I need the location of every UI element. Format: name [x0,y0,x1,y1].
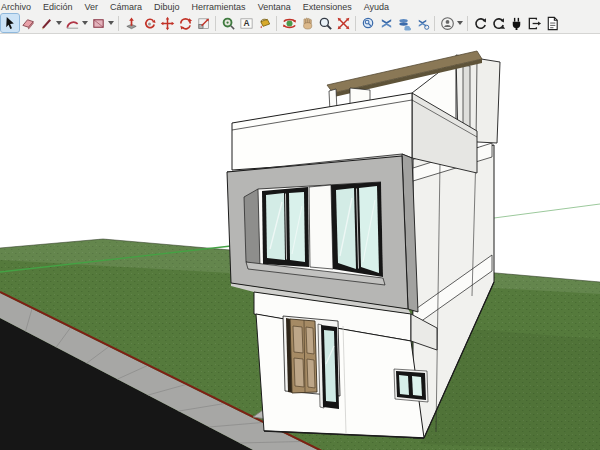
scale-icon [196,16,211,31]
small-window-glass [399,375,409,395]
bay-centre-pillar [309,185,333,269]
toolbar-separator [355,16,356,31]
bay-recess-jamb [244,189,260,266]
rectangle-icon [91,16,106,31]
pencil-icon [39,16,54,31]
account-button[interactable] [438,14,456,32]
refresh-tree-button[interactable] [489,14,507,32]
generate-report-button[interactable] [543,14,561,32]
account-dropdown[interactable] [456,14,464,32]
report-document-icon [545,16,560,31]
line-tool-button[interactable] [37,14,55,32]
push-pull-tool-button[interactable] [122,14,140,32]
3d-warehouse-icon [379,16,394,31]
zoom-extents-button[interactable] [334,14,352,32]
warehouse-search-button[interactable] [359,14,377,32]
text-icon: A [239,16,254,31]
orbit-tool-button[interactable] [280,14,298,32]
share-model-icon [397,16,412,31]
menu-herramientas[interactable]: Herramientas [186,1,252,13]
rectangle-tool-dropdown[interactable] [107,14,115,32]
arc-icon [65,16,80,31]
eraser-tool-button[interactable] [19,14,37,32]
extension-manager-button[interactable] [507,14,525,32]
paint-bucket-tool-button[interactable] [255,14,273,32]
pan-hand-icon [300,16,315,31]
menu-dibujo[interactable]: Dibujo [148,1,186,13]
svg-text:A: A [243,18,249,28]
menu-camara[interactable]: Cámara [104,1,148,13]
follow-me-icon [142,16,157,31]
extension-warehouse-icon [415,16,430,31]
small-window-glass [412,376,422,396]
model-viewport[interactable] [0,34,600,450]
export-icon [527,16,542,31]
sidelight-glass [324,330,336,402]
menu-ayuda[interactable]: Ayuda [358,1,395,13]
small-window [394,369,428,402]
menu-ventana[interactable]: Ventana [252,1,297,13]
toolbar-separator [118,16,119,31]
tape-measure-icon [221,16,236,31]
move-icon [160,16,175,31]
menu-ver[interactable]: Ver [79,1,105,13]
toolbar-separator [467,16,468,31]
rotate-icon [178,16,193,31]
select-tool-button[interactable] [1,14,19,32]
select-arrow-icon [3,16,18,31]
sketchup-window: Archivo Edición Ver Cámara Dibujo Herram… [0,0,600,450]
bay-window-right [331,182,383,277]
refresh-icon [473,16,488,31]
arc-tool-dropdown[interactable] [81,14,89,32]
bay-window-left [262,187,309,267]
refresh-tree-icon [491,16,506,31]
menu-extensiones[interactable]: Extensiones [297,1,358,13]
glass-pane [289,192,305,262]
follow-me-tool-button[interactable] [140,14,158,32]
zoom-extents-icon [336,16,351,31]
rectangle-tool-button[interactable] [89,14,107,32]
push-pull-icon [124,16,139,31]
warehouse-search-icon [361,16,376,31]
menu-archivo[interactable]: Archivo [0,1,37,13]
rotate-tool-button[interactable] [176,14,194,32]
plug-icon [509,16,524,31]
3d-warehouse-button[interactable] [377,14,395,32]
orbit-icon [282,16,297,31]
zoom-icon [318,16,333,31]
arc-tool-button[interactable] [63,14,81,32]
toolbar-separator [434,16,435,31]
export-button[interactable] [525,14,543,32]
extension-warehouse-button[interactable] [413,14,431,32]
share-model-button[interactable] [395,14,413,32]
toolbar-separator [276,16,277,31]
pan-tool-button[interactable] [298,14,316,32]
zoom-tool-button[interactable] [316,14,334,32]
scene [0,34,600,450]
line-tool-dropdown[interactable] [55,14,63,32]
menu-bar: Archivo Edición Ver Cámara Dibujo Herram… [0,0,600,13]
account-avatar-icon [440,16,455,31]
scale-tool-button[interactable] [194,14,212,32]
menu-edicion[interactable]: Edición [37,1,79,13]
tape-measure-tool-button[interactable] [219,14,237,32]
toolbar-separator [215,16,216,31]
sidelight-window [318,324,339,409]
toolbar: A [0,13,600,34]
move-tool-button[interactable] [158,14,176,32]
paint-bucket-icon [257,16,272,31]
eraser-icon [21,16,36,31]
refresh-button[interactable] [471,14,489,32]
text-tool-button[interactable]: A [237,14,255,32]
